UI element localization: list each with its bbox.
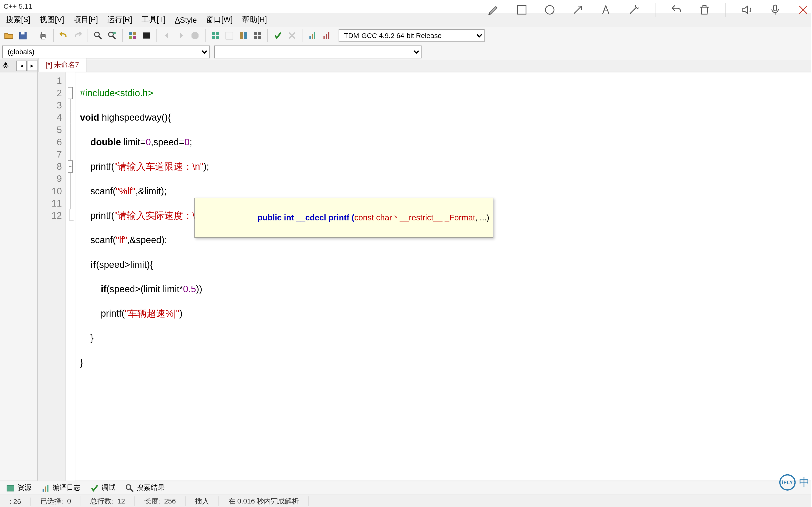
svg-point-7: [109, 32, 113, 36]
status-selection: 已选择: 0: [31, 496, 81, 506]
status-parse: 在 0.016 秒内完成解析: [219, 496, 309, 506]
file-tab[interactable]: [*] 未命名7: [38, 58, 87, 72]
replace-button[interactable]: [106, 29, 119, 42]
svg-rect-32: [328, 32, 329, 39]
square-icon[interactable]: [515, 3, 529, 17]
line-gutter: 123456 789101112: [38, 72, 66, 481]
svg-rect-24: [258, 32, 261, 35]
close-icon[interactable]: [796, 3, 810, 17]
svg-rect-16: [212, 32, 215, 35]
svg-point-40: [545, 6, 554, 14]
fold-toggle-icon[interactable]: −: [68, 87, 73, 99]
dev-cpp-window: C++ 5.11 搜索[S] 视图[V] 项目[P] 运行[R] 工具[T] A…: [0, 0, 811, 507]
svg-rect-17: [216, 32, 219, 35]
svg-rect-29: [314, 32, 315, 39]
class-tab[interactable]: 类: [0, 60, 11, 71]
tab-prev-button[interactable]: ◂: [16, 60, 27, 71]
circle-icon[interactable]: [543, 3, 557, 17]
cancel-button[interactable]: [286, 29, 298, 42]
ifly-icon[interactable]: iFLY: [779, 474, 796, 491]
compile-button[interactable]: [126, 29, 139, 42]
nav-fwd-button[interactable]: [174, 29, 188, 42]
menu-astyle[interactable]: AStyle: [171, 14, 200, 25]
menu-run[interactable]: 运行[R]: [104, 13, 136, 26]
svg-rect-36: [47, 485, 48, 492]
svg-rect-11: [133, 32, 136, 35]
editor-area: [*] 未命名7 123456 789101112 − −: [38, 59, 811, 481]
svg-rect-34: [43, 489, 44, 491]
trash-icon[interactable]: [697, 3, 711, 17]
grid4-button[interactable]: [251, 29, 264, 42]
check-button[interactable]: [271, 29, 285, 42]
svg-rect-33: [7, 485, 14, 491]
svg-rect-18: [212, 36, 215, 39]
speaker-icon[interactable]: [740, 3, 754, 17]
svg-point-5: [95, 32, 99, 36]
pencil-icon[interactable]: [487, 3, 501, 17]
mic-icon[interactable]: [768, 3, 782, 17]
svg-rect-19: [216, 36, 219, 39]
menu-search[interactable]: 搜索[S]: [2, 13, 34, 26]
grid1-button[interactable]: [209, 29, 222, 42]
search-results-tab[interactable]: 搜索结果: [121, 482, 168, 494]
svg-rect-28: [312, 34, 313, 39]
profile2-button[interactable]: [320, 29, 333, 42]
svg-marker-15: [192, 32, 199, 39]
menu-tools[interactable]: 工具[T]: [138, 13, 169, 26]
code-content[interactable]: #include<stdio.h> void highspeedway(){ d…: [75, 72, 811, 481]
side-panel: 类 ◂ ▸: [0, 59, 38, 481]
svg-rect-4: [41, 36, 45, 39]
scope-bar: (globals): [0, 44, 811, 60]
status-lines: 总行数: 12: [81, 496, 135, 506]
profile-button[interactable]: [306, 29, 319, 42]
redo-button[interactable]: [71, 29, 84, 42]
menu-window[interactable]: 窗口[W]: [203, 13, 236, 26]
stop-button[interactable]: [189, 29, 202, 42]
open-button[interactable]: [2, 29, 15, 42]
svg-rect-26: [258, 36, 261, 39]
arrow-icon[interactable]: [571, 3, 585, 17]
svg-rect-30: [323, 36, 325, 39]
code-editor[interactable]: 123456 789101112 − − #in: [38, 72, 811, 481]
ime-indicator[interactable]: 中: [799, 475, 810, 490]
svg-line-38: [130, 489, 133, 491]
nav-back-button[interactable]: [160, 29, 173, 42]
fold-toggle-icon[interactable]: −: [68, 160, 73, 172]
signature-tooltip: public int __cdecl printf (const char * …: [195, 198, 493, 238]
svg-rect-39: [517, 6, 526, 14]
svg-rect-23: [254, 32, 257, 35]
save-button[interactable]: [16, 29, 30, 42]
svg-line-6: [99, 36, 101, 39]
run-button[interactable]: [140, 29, 153, 42]
undo-button[interactable]: [57, 29, 70, 42]
undo-icon[interactable]: [669, 3, 683, 17]
find-button[interactable]: [92, 29, 105, 42]
svg-rect-41: [773, 5, 777, 11]
annotation-toolbar: [487, 3, 810, 17]
member-select[interactable]: [214, 46, 421, 58]
main-toolbar: TDM-GCC 4.9.2 64-bit Release: [0, 27, 811, 44]
print-button[interactable]: [37, 29, 50, 42]
status-length: 长度: 256: [135, 496, 186, 506]
debug-tab[interactable]: 调试: [87, 482, 119, 494]
wand-icon[interactable]: [627, 3, 641, 17]
grid3-button[interactable]: [237, 29, 250, 42]
svg-rect-10: [129, 32, 132, 35]
scope-select[interactable]: (globals): [2, 46, 210, 58]
menu-help[interactable]: 帮助[H]: [239, 13, 270, 26]
svg-point-37: [126, 485, 131, 489]
status-bar: : 26 已选择: 0 总行数: 12 长度: 256 插入 在 0.016 秒…: [0, 495, 811, 507]
menu-view[interactable]: 视图[V]: [36, 13, 68, 26]
text-icon[interactable]: [599, 3, 613, 17]
svg-rect-25: [254, 36, 257, 39]
app-title: C++ 5.11: [4, 2, 33, 10]
svg-rect-22: [244, 32, 247, 39]
compile-log-tab[interactable]: 编译日志: [37, 482, 84, 494]
fold-gutter: − −: [66, 72, 75, 481]
svg-rect-12: [129, 36, 132, 39]
resources-tab[interactable]: 资源: [2, 482, 35, 494]
compiler-select[interactable]: TDM-GCC 4.9.2 64-bit Release: [339, 29, 485, 42]
grid2-button[interactable]: [223, 29, 236, 42]
tab-next-button[interactable]: ▸: [27, 60, 37, 71]
menu-project[interactable]: 项目[P]: [70, 13, 101, 26]
